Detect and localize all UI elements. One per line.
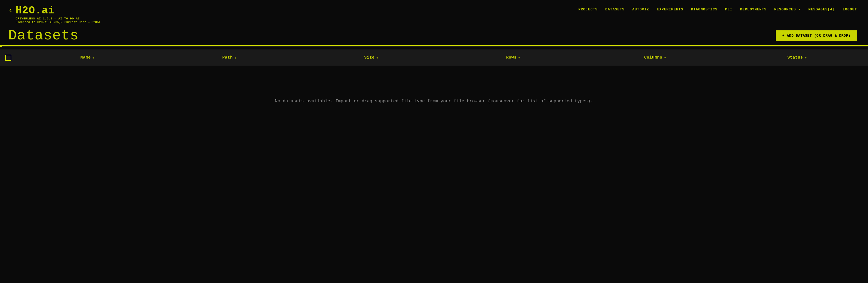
column-rows-label: Rows [506, 55, 517, 60]
column-path-sort-icon: ⬦ [235, 56, 237, 60]
logo-title: H2O.ai [16, 5, 100, 17]
nav-item-logout[interactable]: LOGOUT [842, 7, 857, 11]
nav: PROJECTS DATASETS AUTOVIZ EXPERIMENTS DI… [578, 5, 857, 11]
page-title-section: Datasets + ADD DATASET (OR DRAG & DROP) [0, 27, 868, 46]
select-all-checkbox[interactable] [5, 55, 11, 61]
column-header-columns[interactable]: Columns ⬦ [584, 55, 726, 61]
column-rows-sort-icon: ⬦ [518, 56, 520, 60]
logo-section: ‹ H2O.ai DRIVERLESS AI 1.8.2 — AI TO DO … [8, 5, 100, 24]
progress-bar-area [0, 46, 868, 47]
column-name-sort-icon: ⬦ [92, 56, 94, 60]
back-button[interactable]: ‹ [8, 6, 13, 14]
select-all-cell[interactable] [0, 55, 17, 61]
column-status-sort-icon: ⬦ [805, 56, 807, 60]
column-columns-sort-icon: ⬦ [664, 56, 666, 60]
column-header-size[interactable]: Size ⬦ [300, 55, 442, 61]
column-header-name[interactable]: Name ⬦ [17, 55, 158, 61]
column-path-label: Path [222, 55, 233, 60]
column-name-label: Name [80, 55, 91, 60]
empty-state-message: No datasets available. Import or drag su… [275, 99, 593, 104]
logo-subtitle: DRIVERLESS AI 1.8.2 — AI TO DO AI [16, 17, 100, 20]
nav-item-deployments[interactable]: DEPLOYMENTS [740, 7, 767, 11]
nav-item-datasets[interactable]: DATASETS [606, 7, 625, 11]
table-header: Name ⬦ Path ⬦ Size ⬦ Rows ⬦ Columns ⬦ St… [0, 50, 868, 66]
nav-item-projects[interactable]: PROJECTS [578, 7, 597, 11]
nav-item-autoviz[interactable]: AUTOVIZ [632, 7, 649, 11]
column-status-label: Status [787, 55, 803, 60]
header: ‹ H2O.ai DRIVERLESS AI 1.8.2 — AI TO DO … [0, 0, 868, 27]
add-dataset-button[interactable]: + ADD DATASET (OR DRAG & DROP) [776, 30, 857, 41]
nav-item-resources[interactable]: RESOURCES ▾ [774, 7, 801, 11]
page-title: Datasets [8, 29, 79, 43]
column-columns-label: Columns [644, 55, 662, 60]
nav-item-mli[interactable]: MLI [725, 7, 732, 11]
logo-license: Licensed to H2O.ai (SN35). Current User … [16, 21, 100, 24]
column-size-label: Size [364, 55, 375, 60]
table-container: Name ⬦ Path ⬦ Size ⬦ Rows ⬦ Columns ⬦ St… [0, 50, 868, 136]
nav-item-messages[interactable]: MESSAGES[4] [808, 7, 835, 11]
nav-item-experiments[interactable]: EXPERIMENTS [657, 7, 683, 11]
column-header-rows[interactable]: Rows ⬦ [442, 55, 584, 61]
column-size-sort-icon: ⬦ [376, 56, 378, 60]
column-header-path[interactable]: Path ⬦ [158, 55, 300, 61]
progress-bar-fill [0, 46, 2, 47]
nav-item-diagnostics[interactable]: DIAGNOSTICS [691, 7, 717, 11]
logo-text: H2O.ai DRIVERLESS AI 1.8.2 — AI TO DO AI… [16, 5, 100, 24]
column-header-status[interactable]: Status ⬦ [726, 55, 868, 61]
empty-state: No datasets available. Import or drag su… [0, 66, 868, 136]
